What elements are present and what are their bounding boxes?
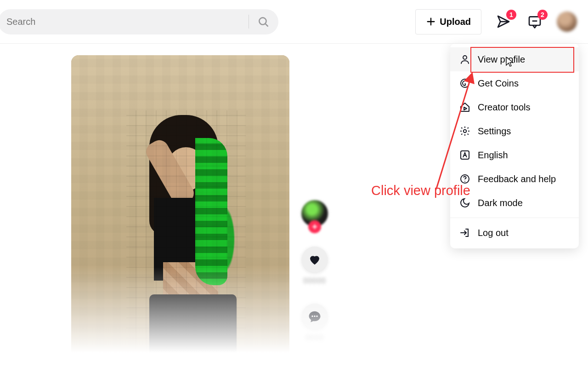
header-bar: Upload 1 2 <box>0 0 588 44</box>
like-count: 00000 <box>303 277 326 285</box>
action-rail: + 00000 0000 <box>299 199 331 368</box>
menu-item-label: Log out <box>478 228 509 238</box>
comment-icon <box>308 310 322 323</box>
svg-line-1 <box>266 24 268 26</box>
svg-point-10 <box>464 130 466 132</box>
annotation-text: Click view profile <box>371 183 470 198</box>
follow-plus-button[interactable]: + <box>308 220 321 233</box>
messages-button[interactable]: 1 <box>494 12 513 31</box>
creator-tools-icon <box>459 102 470 113</box>
upload-button[interactable]: Upload <box>415 9 481 34</box>
menu-item-label: English <box>478 150 508 161</box>
menu-creator-tools[interactable]: Creator tools <box>450 95 579 119</box>
comment-count: 0000 <box>305 334 324 342</box>
search-box[interactable] <box>0 9 278 34</box>
comment-button[interactable] <box>302 304 328 329</box>
svg-point-7 <box>463 56 467 59</box>
menu-language[interactable]: English <box>450 143 579 167</box>
creator-avatar[interactable]: + <box>300 199 329 228</box>
profile-avatar[interactable] <box>557 12 577 32</box>
menu-logout[interactable]: Log out <box>450 221 579 245</box>
svg-marker-9 <box>464 107 467 110</box>
person-icon <box>459 54 470 65</box>
svg-point-16 <box>316 316 317 317</box>
bookmark-icon <box>308 366 322 368</box>
bookmark-button[interactable] <box>302 361 328 368</box>
search-button[interactable] <box>254 12 273 31</box>
logout-icon <box>459 227 470 238</box>
video-player[interactable] <box>71 55 289 368</box>
profile-dropdown: View profile Get Coins Creator tools Set… <box>450 44 579 248</box>
menu-item-label: Creator tools <box>478 102 531 113</box>
messages-badge: 1 <box>506 10 516 20</box>
upload-label: Upload <box>440 17 471 27</box>
menu-separator <box>450 218 579 218</box>
heart-icon <box>308 253 322 266</box>
search-divider <box>249 15 249 29</box>
language-icon <box>459 150 470 161</box>
search-icon <box>257 16 269 28</box>
gear-icon <box>459 126 470 137</box>
menu-item-label: Get Coins <box>478 78 519 89</box>
menu-item-label: Settings <box>478 126 511 137</box>
inbox-button[interactable]: 2 <box>526 12 544 31</box>
moon-icon <box>459 197 470 208</box>
search-input[interactable] <box>0 17 246 27</box>
menu-item-label: View profile <box>478 54 525 65</box>
like-button[interactable] <box>302 247 328 272</box>
coin-icon <box>459 78 470 89</box>
svg-point-13 <box>464 181 465 182</box>
menu-item-label: Feedback and help <box>478 174 556 184</box>
menu-settings[interactable]: Settings <box>450 119 579 143</box>
svg-point-14 <box>311 316 313 317</box>
inbox-badge: 2 <box>537 10 548 20</box>
plus-icon <box>426 17 436 27</box>
menu-get-coins[interactable]: Get Coins <box>450 71 579 95</box>
menu-item-label: Dark mode <box>478 198 523 208</box>
svg-point-15 <box>314 316 315 317</box>
menu-view-profile[interactable]: View profile <box>450 47 579 71</box>
